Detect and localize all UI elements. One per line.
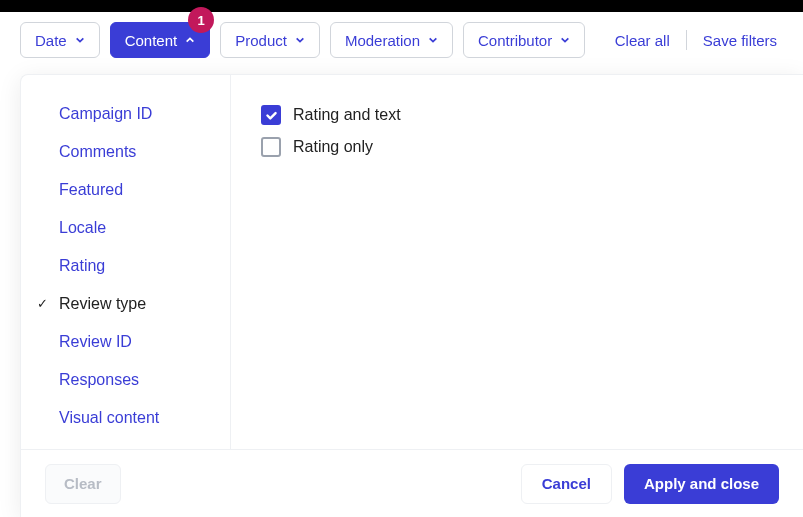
check-icon: ✓	[37, 293, 48, 315]
sidebar-item-label: Campaign ID	[59, 103, 152, 125]
sidebar-item-label: Comments	[59, 141, 136, 163]
clear-all-link[interactable]: Clear all	[609, 28, 676, 52]
checkbox-unchecked-icon[interactable]	[261, 137, 281, 157]
sidebar-item-responses[interactable]: Responses	[21, 361, 230, 399]
filter-bar: 1 Date Content Product Moderation Contri…	[0, 12, 803, 68]
filter-moderation[interactable]: Moderation	[330, 22, 453, 58]
sidebar-item-review-type[interactable]: ✓ Review type	[21, 285, 230, 323]
filter-panel-body: Campaign ID Comments Featured Locale Rat…	[21, 75, 803, 449]
sidebar-item-visual-content[interactable]: Visual content	[21, 399, 230, 437]
filter-date-label: Date	[35, 32, 67, 49]
sidebar-item-rating[interactable]: Rating	[21, 247, 230, 285]
chevron-down-icon	[560, 35, 570, 45]
save-filters-link[interactable]: Save filters	[697, 28, 783, 52]
sidebar-item-campaign-id[interactable]: Campaign ID	[21, 95, 230, 133]
sidebar-item-featured[interactable]: Featured	[21, 171, 230, 209]
filter-panel: Campaign ID Comments Featured Locale Rat…	[20, 74, 803, 517]
chevron-down-icon	[428, 35, 438, 45]
divider	[686, 30, 687, 50]
cancel-button[interactable]: Cancel	[521, 464, 612, 504]
sidebar-item-label: Visual content	[59, 407, 159, 429]
sidebar-item-label: Review type	[59, 293, 146, 315]
chevron-up-icon	[185, 35, 195, 45]
filter-options-pane: Rating and text Rating only	[231, 75, 803, 449]
apply-and-close-button[interactable]: Apply and close	[624, 464, 779, 504]
sidebar-item-review-id[interactable]: Review ID	[21, 323, 230, 361]
sidebar-item-label: Locale	[59, 217, 106, 239]
sidebar-item-locale[interactable]: Locale	[21, 209, 230, 247]
filter-panel-footer: Clear Cancel Apply and close	[21, 449, 803, 517]
sidebar-item-label: Featured	[59, 179, 123, 201]
step-badge: 1	[188, 7, 214, 33]
option-rating-only[interactable]: Rating only	[261, 131, 773, 163]
chevron-down-icon	[75, 35, 85, 45]
clear-button[interactable]: Clear	[45, 464, 121, 504]
filter-moderation-label: Moderation	[345, 32, 420, 49]
sidebar-item-label: Responses	[59, 369, 139, 391]
filter-contributor[interactable]: Contributor	[463, 22, 585, 58]
sidebar-item-comments[interactable]: Comments	[21, 133, 230, 171]
option-label: Rating only	[293, 138, 373, 156]
filter-contributor-label: Contributor	[478, 32, 552, 49]
sidebar-item-label: Review ID	[59, 331, 132, 353]
checkbox-checked-icon[interactable]	[261, 105, 281, 125]
filter-category-sidebar: Campaign ID Comments Featured Locale Rat…	[21, 75, 231, 449]
filter-product-label: Product	[235, 32, 287, 49]
chevron-down-icon	[295, 35, 305, 45]
window-top-bar	[0, 0, 803, 12]
option-label: Rating and text	[293, 106, 401, 124]
sidebar-item-label: Rating	[59, 255, 105, 277]
filter-product[interactable]: Product	[220, 22, 320, 58]
filter-content-label: Content	[125, 32, 178, 49]
option-rating-and-text[interactable]: Rating and text	[261, 99, 773, 131]
filter-date[interactable]: Date	[20, 22, 100, 58]
